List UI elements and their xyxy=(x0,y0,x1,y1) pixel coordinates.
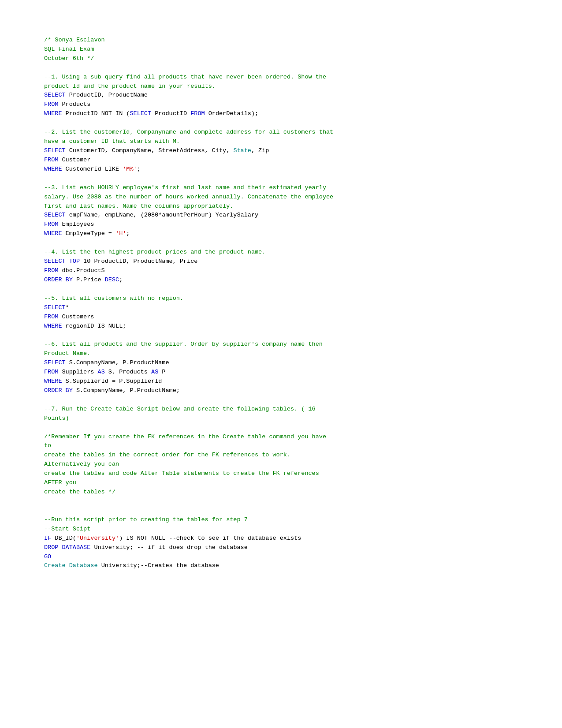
sql-code-block: /* Sonya Esclavon SQL Final Exam October… xyxy=(44,26,536,571)
q6-comment: --6. List all products and the supplier.… xyxy=(44,341,323,357)
q3-code: SELECT empFName, empLName, (2080*amountP… xyxy=(44,212,258,237)
university-code: IF DB_ID('University') IS NOT NULL --che… xyxy=(44,535,301,569)
q4-comment: --4. List the ten highest product prices… xyxy=(44,249,265,255)
q4-code: SELECT TOP 10 ProductID, ProductName, Pr… xyxy=(44,258,197,283)
q2-code: SELECT CustomerID, CompanyName, StreetAd… xyxy=(44,147,269,172)
q1-code: SELECT ProductID, ProductName FROM Produ… xyxy=(44,92,258,117)
q3-comment: --3. List each HOURLY employee's first a… xyxy=(44,184,333,209)
q6-code: SELECT S.CompanyName, P.ProductName FROM… xyxy=(44,359,180,394)
fk-comment: /*Remember If you create the FK referenc… xyxy=(44,433,326,496)
header-comment: /* Sonya Esclavon SQL Final Exam October… xyxy=(44,37,105,62)
q2-comment: --2. List the customerId, Companyname an… xyxy=(44,129,333,145)
run-comment: --Run this script prior to creating the … xyxy=(44,516,248,532)
q1-comment: --1. Using a sub-query find all products… xyxy=(44,74,326,90)
q5-code: SELECT* FROM Customers WHERE regionID IS… xyxy=(44,304,126,329)
q5-comment: --5. List all customers with no region. xyxy=(44,295,183,302)
q7-comment: --7. Run the Create table Script below a… xyxy=(44,406,316,422)
